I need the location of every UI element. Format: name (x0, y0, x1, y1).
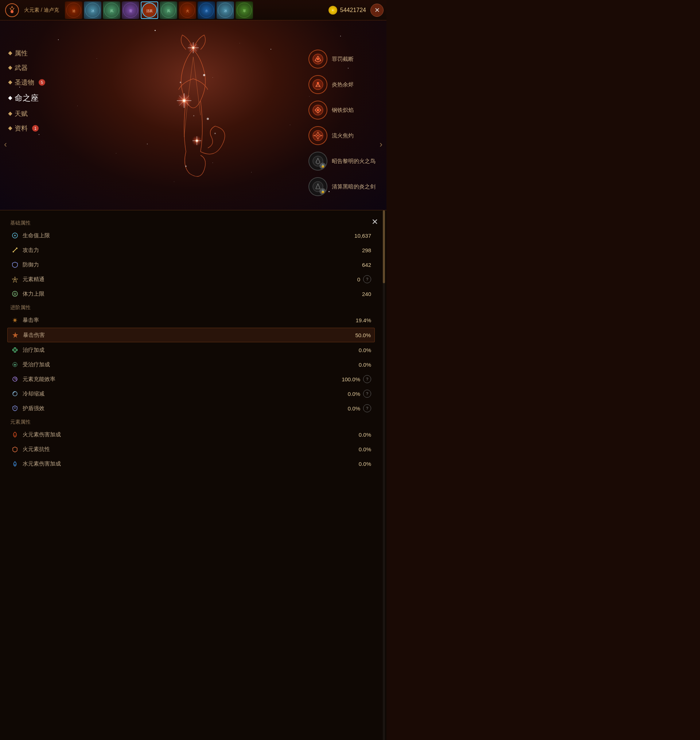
sidebar-item-artifacts[interactable]: 圣遗物 5 (7, 75, 47, 90)
diamond-icon-active (8, 96, 12, 100)
svg-point-68 (14, 464, 16, 465)
top-navigation: 火元素 / 迪卢克 迪 冰 风 雷 (0, 0, 387, 21)
svg-point-63 (14, 279, 16, 280)
stat-row-pyro-dmg: 火元素伤害加成 0.0% (7, 427, 375, 442)
constellation-icon-4[interactable] (309, 126, 327, 145)
svg-point-57 (317, 135, 319, 137)
stat-value-stamina: 240 (342, 291, 371, 297)
char-avatar-5-active[interactable]: 活跃 (141, 1, 158, 19)
diamond-icon (8, 51, 12, 55)
stat-row-heal: 治疗加成 0.0% (7, 343, 375, 357)
constellation-icon-5[interactable]: 🔒 (309, 152, 327, 170)
critdmg-icon (11, 331, 19, 339)
stat-value-pyro-res: 0.0% (342, 446, 371, 452)
stats-panel: ✕ 基础属性 生命值上限 10,637 攻击力 298 防御力 642 (0, 210, 387, 740)
svg-point-52 (313, 79, 323, 90)
constellation-label-3: 钢铁炽焰 (332, 107, 354, 114)
stat-row-inheal: 受治疗加成 0.0% (7, 358, 375, 371)
close-button[interactable]: ✕ (371, 4, 384, 17)
nav-arrow-left[interactable]: ‹ (0, 134, 11, 155)
hp-icon (11, 232, 19, 239)
char-avatar-1[interactable]: 迪 (65, 1, 82, 19)
shield-help-button[interactable]: ? (363, 404, 371, 412)
stat-row-er: 元素充能效率 100.0% ? (7, 372, 375, 386)
stat-value-critdmg: 50.0% (342, 332, 371, 338)
cdr-help-button[interactable]: ? (363, 390, 371, 398)
atk-icon (11, 246, 19, 254)
inheal-icon (11, 361, 19, 369)
stat-row-def: 防御力 642 (7, 258, 375, 272)
stat-name-hp: 生命值上限 (23, 232, 342, 239)
stat-row-em: 元素精通 0 ? (7, 272, 375, 286)
char-avatar-9[interactable]: 冰 (216, 1, 234, 19)
svg-text:迪: 迪 (72, 9, 75, 13)
svg-line-22 (193, 57, 197, 86)
upper-section: 属性 武器 圣遗物 5 命之座 天赋 资料 1 ‹ › (0, 21, 387, 210)
svg-point-48 (185, 166, 187, 167)
stat-value-shield: 0.0% (331, 405, 360, 411)
sidebar-label-weapon: 武器 (15, 63, 28, 72)
constellation-icon-3[interactable] (309, 101, 327, 120)
constellation-item-5[interactable]: 🔒 昭告黎明的火之鸟 (309, 152, 375, 170)
char-avatar-2[interactable]: 冰 (84, 1, 101, 19)
sidebar-item-weapon[interactable]: 武器 (7, 60, 47, 75)
artifact-badge: 5 (39, 79, 45, 86)
svg-point-47 (207, 118, 209, 120)
stat-row-pyro-res: 火元素抗性 0.0% (7, 442, 375, 456)
stamina-icon (11, 290, 19, 298)
def-icon (11, 261, 19, 269)
sidebar-item-constellation[interactable]: 命之座 (7, 90, 47, 106)
constellation-icon-6[interactable]: 🔒 (309, 177, 327, 196)
svg-text:风: 风 (110, 9, 113, 13)
constellation-item-4[interactable]: 流火焦灼 (309, 126, 375, 145)
sidebar-item-attributes[interactable]: 属性 (7, 46, 47, 60)
stat-name-pyro-dmg: 火元素伤害加成 (23, 431, 342, 438)
nav-arrow-right[interactable]: › (375, 134, 387, 155)
svg-point-45 (203, 74, 205, 76)
svg-point-53 (317, 82, 319, 84)
char-avatar-10[interactable]: 草 (235, 1, 253, 19)
stat-value-def: 642 (342, 262, 371, 268)
svg-text:活跃: 活跃 (146, 9, 153, 13)
svg-text:风: 风 (167, 9, 170, 13)
stat-value-em: 0 (331, 276, 360, 282)
stat-value-critrate: 19.4% (342, 317, 371, 323)
stats-content: 基础属性 生命值上限 10,637 攻击力 298 防御力 642 (0, 210, 387, 477)
character-list: 迪 冰 风 雷 活跃 风 (65, 1, 328, 19)
constellation-item-6[interactable]: 🔒 清算黑暗的炎之剑 (309, 177, 375, 196)
char-avatar-3[interactable]: 风 (103, 1, 120, 19)
svg-line-23 (197, 86, 200, 115)
stat-row-hydro-dmg: 水元素伤害加成 0.0% (7, 457, 375, 471)
constellation-item-3[interactable]: 钢铁炽焰 (309, 101, 375, 120)
shield-str-icon (11, 404, 19, 412)
sidebar-label-constellation: 命之座 (15, 92, 39, 104)
stat-value-inheal: 0.0% (342, 362, 371, 368)
er-help-button[interactable]: ? (363, 375, 371, 383)
stat-name-def: 防御力 (23, 261, 342, 268)
stat-value-hp: 10,637 (342, 233, 371, 239)
constellation-item-1[interactable]: 罪罚截断 (309, 50, 375, 69)
critrate-icon (11, 316, 19, 324)
sidebar-item-profile[interactable]: 资料 1 (7, 121, 47, 136)
stat-value-er: 100.0% (331, 376, 360, 382)
char-avatar-7[interactable]: 火 (179, 1, 196, 19)
stat-value-hydro-dmg: 0.0% (342, 461, 371, 467)
constellation-svg (120, 28, 266, 206)
constellation-icon-2[interactable] (309, 75, 327, 94)
char-avatar-8[interactable]: 水 (198, 1, 215, 19)
stats-close-button[interactable]: ✕ (369, 216, 381, 228)
lock-icon-6: 🔒 (319, 188, 326, 195)
char-avatar-6[interactable]: 风 (160, 1, 177, 19)
advanced-attributes-title: 进阶属性 (7, 304, 375, 311)
char-avatar-4[interactable]: 雷 (122, 1, 139, 19)
stat-value-pyro-dmg: 0.0% (342, 432, 371, 438)
em-help-button[interactable]: ? (363, 275, 371, 283)
heal-icon (11, 346, 19, 354)
sidebar-item-talents[interactable]: 天赋 (7, 106, 47, 121)
constellation-label-6: 清算黑暗的炎之剑 (332, 184, 375, 190)
constellation-item-2[interactable]: 炎热余烬 (309, 75, 375, 94)
constellation-icon-1[interactable] (309, 50, 327, 69)
stat-name-inheal: 受治疗加成 (23, 361, 342, 368)
stat-row-critrate: 暴击率 19.4% (7, 313, 375, 327)
stat-value-heal: 0.0% (342, 347, 371, 353)
